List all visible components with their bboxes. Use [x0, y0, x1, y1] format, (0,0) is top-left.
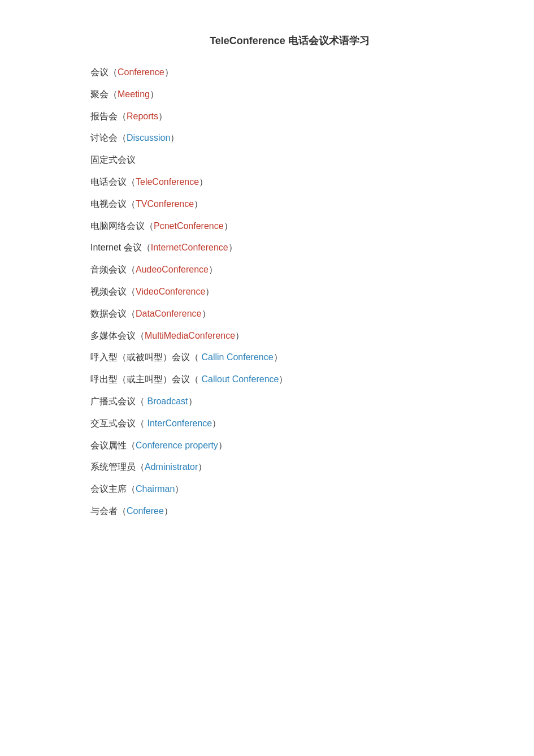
term-zh: 音频会议（ — [90, 265, 136, 274]
term-zh: 电脑网络会议（ — [90, 221, 154, 231]
term-suffix: ） — [175, 484, 184, 494]
term-zh: 视频会议（ — [90, 287, 136, 296]
term-en: TeleConference — [136, 177, 199, 187]
term-suffix: ） — [218, 440, 227, 450]
term-suffix: ） — [212, 418, 221, 428]
term-en: InterConference — [147, 418, 212, 428]
term-suffix: ） — [202, 309, 211, 318]
list-item: 视频会议（VideoConference） — [90, 284, 489, 300]
term-en: DataConference — [136, 309, 202, 318]
term-en: PcnetConference — [154, 221, 224, 231]
list-item: 广播式会议（ Broadcast） — [90, 394, 489, 410]
term-zh: 多媒体会议（ — [90, 331, 145, 340]
term-zh: 固定式会议 — [90, 155, 136, 165]
list-item: 系统管理员（Administrator） — [90, 459, 489, 476]
term-suffix: ） — [194, 199, 203, 209]
list-item: 会议属性（Conference property） — [90, 438, 489, 454]
term-zh: 系统管理员（ — [90, 462, 145, 472]
term-zh: 交互式会议（ — [90, 418, 147, 428]
list-item: 电视会议（TVConference） — [90, 196, 489, 213]
term-suffix: ） — [209, 265, 218, 274]
term-suffix: ） — [224, 221, 233, 231]
list-item: Internet 会议（InternetConference） — [90, 240, 489, 256]
list-item: 电脑网络会议（PcnetConference） — [90, 218, 489, 235]
page-title: TeleConference 电话会议术语学习 — [90, 34, 489, 47]
term-zh: 与会者（ — [90, 506, 127, 516]
term-suffix: ） — [279, 374, 288, 384]
term-en: Conference — [118, 67, 164, 77]
term-zh: 报告会（ — [90, 111, 127, 121]
list-item: 音频会议（AudeoConference） — [90, 262, 489, 278]
list-item: 会议（Conference） — [90, 64, 489, 81]
term-suffix: ） — [164, 506, 173, 516]
term-en: Reports — [127, 111, 158, 121]
list-item: 讨论会（Discussion） — [90, 130, 489, 146]
term-suffix: ） — [205, 287, 214, 296]
term-zh: 电话会议（ — [90, 177, 136, 187]
term-en: Conferee — [127, 506, 164, 516]
list-item: 会议主席（Chairman） — [90, 481, 489, 498]
term-en: Broadcast — [147, 396, 188, 406]
term-en: VideoConference — [136, 287, 205, 296]
term-en: Discussion — [127, 133, 170, 142]
term-en: Conference property — [136, 440, 218, 450]
term-zh: 广播式会议（ — [90, 396, 147, 406]
term-zh: 呼出型（或主叫型）会议（ — [90, 374, 201, 384]
term-suffix: ） — [164, 67, 173, 77]
term-zh: 呼入型（或被叫型）会议（ — [90, 352, 201, 362]
term-zh: 会议主席（ — [90, 484, 136, 494]
term-zh: 电视会议（ — [90, 199, 136, 209]
term-suffix: ） — [199, 177, 208, 187]
term-suffix: ） — [150, 89, 159, 99]
terms-list: 会议（Conference）聚会（Meeting）报告会（Reports）讨论会… — [90, 64, 489, 520]
page-container: TeleConference 电话会议术语学习 会议（Conference）聚会… — [0, 0, 534, 756]
term-suffix: ） — [273, 352, 283, 362]
term-zh: 会议属性（ — [90, 440, 136, 450]
list-item: 报告会（Reports） — [90, 109, 489, 125]
term-suffix: ） — [188, 396, 197, 406]
term-zh: Internet 会议（ — [90, 243, 151, 252]
list-item: 呼出型（或主叫型）会议（ Callout Conference） — [90, 371, 489, 388]
list-item: 固定式会议 — [90, 152, 489, 169]
term-suffix: ） — [198, 462, 207, 472]
term-zh: 讨论会（ — [90, 133, 127, 142]
list-item: 多媒体会议（MultiMediaConference） — [90, 328, 489, 344]
term-en: Meeting — [118, 89, 150, 99]
term-en: MultiMediaConference — [145, 331, 235, 340]
term-zh: 聚会（ — [90, 89, 118, 99]
term-en: AudeoConference — [136, 265, 209, 274]
term-en: TVConference — [136, 199, 194, 209]
term-zh: 会议（ — [90, 67, 118, 77]
term-en: Callout Conference — [201, 374, 279, 384]
term-suffix: ） — [158, 111, 167, 121]
list-item: 与会者（Conferee） — [90, 503, 489, 520]
term-en: InternetConference — [151, 243, 228, 252]
list-item: 交互式会议（ InterConference） — [90, 416, 489, 432]
term-en: Callin Conference — [201, 352, 273, 362]
term-en: Administrator — [145, 462, 198, 472]
term-suffix: ） — [228, 243, 237, 252]
term-suffix: ） — [235, 331, 244, 340]
term-en: Chairman — [136, 484, 175, 494]
list-item: 呼入型（或被叫型）会议（ Callin Conference） — [90, 349, 489, 366]
term-zh: 数据会议（ — [90, 309, 136, 318]
list-item: 电话会议（TeleConference） — [90, 174, 489, 191]
list-item: 数据会议（DataConference） — [90, 306, 489, 322]
term-suffix: ） — [170, 133, 179, 142]
list-item: 聚会（Meeting） — [90, 87, 489, 103]
